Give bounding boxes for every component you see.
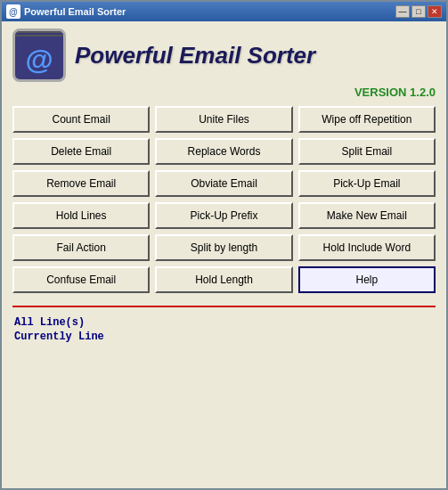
app-header: @ Powerful Email Sorter bbox=[12, 29, 436, 82]
unite-files-button[interactable]: Unite Files bbox=[155, 106, 292, 133]
confuse-email-button[interactable]: Confuse Email bbox=[12, 266, 150, 293]
remove-email-button[interactable]: Remove Email bbox=[12, 170, 150, 197]
title-bar: @ Powerful Email Sorter — □ ✕ bbox=[2, 2, 446, 21]
hold-length-button[interactable]: Hold Length bbox=[155, 266, 292, 293]
split-email-button[interactable]: Split Email bbox=[298, 138, 436, 165]
delete-email-button[interactable]: Delete Email bbox=[12, 138, 150, 165]
status-line2: Currently Line bbox=[14, 331, 434, 343]
fail-action-button[interactable]: Fail Action bbox=[12, 234, 150, 261]
app-icon: @ bbox=[12, 29, 66, 82]
minimize-button[interactable]: — bbox=[395, 5, 410, 18]
wipe-off-repetition-button[interactable]: Wipe off Repetition bbox=[298, 106, 436, 133]
title-bar-text: Powerful Email Sorter bbox=[24, 6, 395, 17]
app-title: Powerful Email Sorter bbox=[75, 42, 315, 69]
status-line1: All Line(s) bbox=[14, 316, 434, 329]
status-area: All Line(s) Currently Line bbox=[12, 313, 436, 348]
divider bbox=[12, 306, 436, 307]
replace-words-button[interactable]: Replace Words bbox=[155, 138, 292, 165]
hold-include-word-button[interactable]: Hold Include Word bbox=[298, 234, 436, 261]
content-area: @ Powerful Email Sorter VERSION 1.2.0 Co… bbox=[2, 21, 446, 488]
make-new-email-button[interactable]: Make New Email bbox=[298, 202, 436, 229]
pick-up-email-button[interactable]: Pick-Up Email bbox=[298, 170, 436, 197]
count-email-button[interactable]: Count Email bbox=[12, 106, 150, 133]
maximize-button[interactable]: □ bbox=[411, 5, 426, 18]
main-window: @ Powerful Email Sorter — □ ✕ @ Powerful… bbox=[0, 0, 448, 490]
pick-up-prefix-button[interactable]: Pick-Up Prefix bbox=[155, 202, 292, 229]
hold-lines-button[interactable]: Hold Lines bbox=[12, 202, 150, 229]
close-button[interactable]: ✕ bbox=[428, 5, 442, 18]
obviate-email-button[interactable]: Obviate Email bbox=[155, 170, 292, 197]
app-small-icon: @ bbox=[6, 4, 20, 19]
window-controls: — □ ✕ bbox=[395, 5, 442, 18]
split-by-length-button[interactable]: Split by length bbox=[155, 234, 292, 261]
help-button[interactable]: Help bbox=[298, 266, 436, 293]
buttons-grid: Count EmailUnite FilesWipe off Repetitio… bbox=[12, 106, 436, 293]
version-label: VERSION 1.2.0 bbox=[12, 86, 436, 99]
